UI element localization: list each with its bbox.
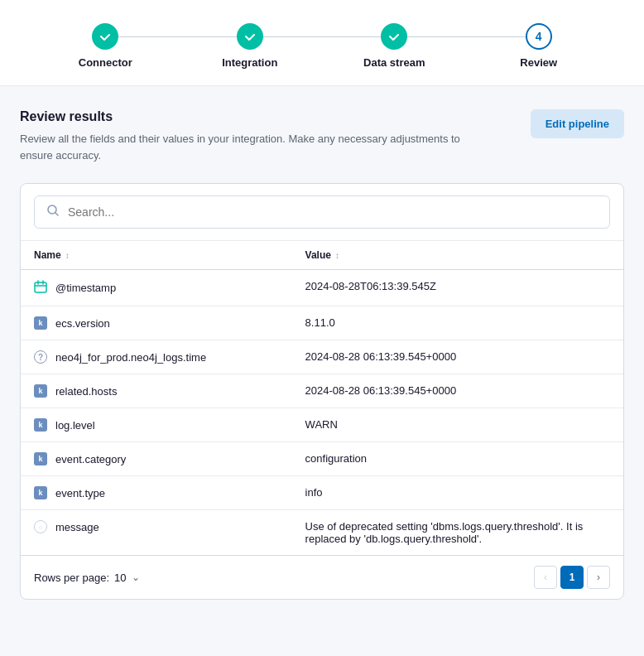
field-name: related.hosts xyxy=(55,385,117,398)
page-controls: ‹ 1 › xyxy=(534,566,610,589)
step-label-review: Review xyxy=(520,56,557,69)
step-datastream: Data stream xyxy=(322,23,467,69)
table-row: k related.hosts 2024-08-28 06:13:39.545+… xyxy=(21,374,623,408)
field-name: log.level xyxy=(55,419,95,432)
step-label-datastream: Data stream xyxy=(363,56,425,69)
field-name: event.type xyxy=(55,487,105,499)
value-cell: WARN xyxy=(292,408,623,442)
name-cell: k ecs.version xyxy=(21,306,292,340)
name-cell: k event.category xyxy=(21,442,292,476)
value-cell: info xyxy=(292,476,623,510)
sort-icon-name: ↕ xyxy=(65,251,70,260)
field-name: event.category xyxy=(55,453,126,465)
k-icon: k xyxy=(34,316,47,330)
stepper: Connector Integration Data stream 4 Revi… xyxy=(33,23,611,69)
search-input[interactable] xyxy=(68,205,598,219)
step-connector: Connector xyxy=(33,23,178,69)
data-table: Name ↕ Value ↕ xyxy=(21,241,623,555)
field-name: message xyxy=(55,521,99,533)
value-cell: 2024-08-28 06:13:39.545+0000 xyxy=(292,340,623,374)
rows-per-page-selector[interactable]: Rows per page: 10 ⌄ xyxy=(34,572,140,584)
value-cell: 2024-08-28 06:13:39.545+0000 xyxy=(292,374,623,408)
info-icon: ? xyxy=(34,350,47,364)
table-row: @timestamp 2024-08-28T06:13:39.545Z xyxy=(21,270,623,306)
sort-icon-value: ↕ xyxy=(335,251,339,260)
table-card: Name ↕ Value ↕ xyxy=(20,183,624,600)
table-row: k log.level WARN xyxy=(21,408,623,442)
name-cell: k event.type xyxy=(21,476,292,510)
value-cell: configuration xyxy=(292,442,623,476)
search-container xyxy=(21,184,623,241)
step-circle-connector xyxy=(92,23,118,50)
value-cell: 8.11.0 xyxy=(292,306,623,340)
table-row: ? neo4j_for_prod.neo4j_logs.time 2024-08… xyxy=(21,340,623,374)
field-name: neo4j_for_prod.neo4j_logs.time xyxy=(55,351,206,364)
rows-per-page-value: 10 xyxy=(114,572,126,584)
review-text-block: Review results Review all the fields and… xyxy=(20,109,483,163)
step-circle-integration xyxy=(237,23,263,50)
stepper-container: Connector Integration Data stream 4 Revi… xyxy=(0,0,644,86)
name-cell: k related.hosts xyxy=(21,374,292,408)
search-icon xyxy=(46,204,60,220)
name-cell: ○ message xyxy=(21,510,292,556)
review-description: Review all the fields and their values i… xyxy=(20,131,483,163)
search-wrapper[interactable] xyxy=(34,195,610,229)
field-name: @timestamp xyxy=(55,282,116,294)
calendar-icon xyxy=(34,280,47,296)
table-row: k event.type info xyxy=(21,476,623,510)
step-integration: Integration xyxy=(178,23,323,69)
page-1-button[interactable]: 1 xyxy=(560,566,584,589)
table-header-row: Name ↕ Value ↕ xyxy=(21,241,623,270)
table-row: ○ message Use of deprecated setting 'dbm… xyxy=(21,510,623,556)
review-title: Review results xyxy=(20,109,483,124)
prev-page-button[interactable]: ‹ xyxy=(534,566,557,589)
step-review: 4 Review xyxy=(467,23,612,69)
name-cell: @timestamp xyxy=(21,270,292,306)
k-icon: k xyxy=(34,418,47,432)
review-header: Review results Review all the fields and… xyxy=(20,109,624,163)
field-name: ecs.version xyxy=(55,317,110,330)
step-label-integration: Integration xyxy=(222,56,277,69)
next-page-button[interactable]: › xyxy=(587,566,610,589)
value-cell: 2024-08-28T06:13:39.545Z xyxy=(292,270,623,306)
pagination: Rows per page: 10 ⌄ ‹ 1 › xyxy=(21,555,623,599)
value-cell: Use of deprecated setting 'dbms.logs.que… xyxy=(292,510,623,556)
rows-per-page-label: Rows per page: xyxy=(34,572,109,584)
table-row: k event.category configuration xyxy=(21,442,623,476)
svg-rect-2 xyxy=(35,282,46,292)
svg-line-1 xyxy=(55,213,58,215)
step-label-connector: Connector xyxy=(79,56,132,69)
chevron-down-icon: ⌄ xyxy=(132,572,140,583)
col-header-value[interactable]: Value ↕ xyxy=(292,241,623,270)
name-cell: ? neo4j_for_prod.neo4j_logs.time xyxy=(21,340,292,374)
step-circle-review: 4 xyxy=(526,23,552,50)
col-header-name[interactable]: Name ↕ xyxy=(21,241,292,270)
k-icon: k xyxy=(34,452,47,465)
name-cell: k log.level xyxy=(21,408,292,442)
table-row: k ecs.version 8.11.0 xyxy=(21,306,623,340)
k-icon: k xyxy=(34,486,47,499)
edit-pipeline-button[interactable]: Edit pipeline xyxy=(531,109,624,138)
circle-icon: ○ xyxy=(34,520,47,533)
step-circle-datastream xyxy=(381,23,407,50)
main-content: Review results Review all the fields and… xyxy=(0,86,644,620)
k-icon: k xyxy=(34,384,47,398)
